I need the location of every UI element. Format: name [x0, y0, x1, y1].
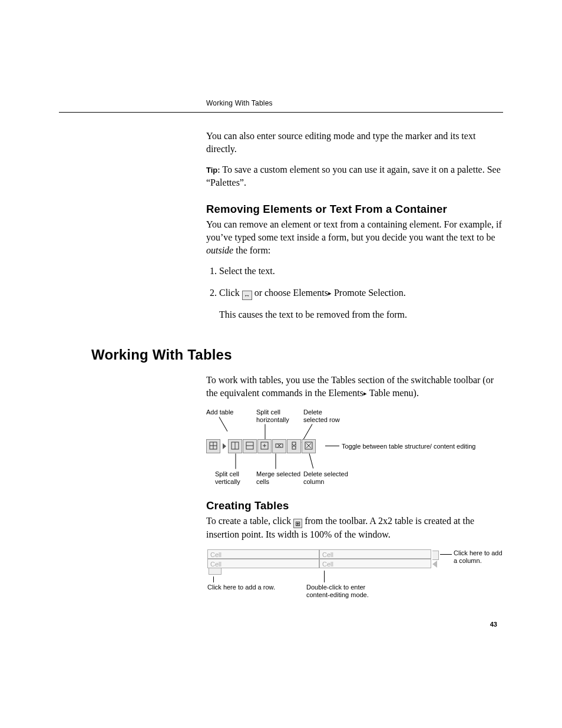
removing-paragraph: You can remove an element or text from a…	[206, 218, 503, 256]
add-table-icon	[209, 441, 218, 450]
toolbar-expand-icon	[223, 443, 226, 449]
delete-column-icon	[289, 441, 299, 450]
label-add-column: Click here to add a column.	[454, 549, 507, 565]
toggle-structure-icon	[304, 441, 313, 450]
example-cell: Cell	[207, 549, 319, 559]
running-head: Working With Tables	[206, 99, 273, 107]
split-vertical-icon	[230, 441, 240, 450]
header-rule	[59, 112, 503, 113]
merge-cells-button[interactable]	[257, 439, 272, 453]
tip-label: Tip:	[206, 166, 220, 174]
label-add-table: Add table	[206, 409, 239, 416]
delete-row-icon	[275, 441, 284, 450]
label-split-horizontal: Split cell horizontally	[256, 409, 295, 423]
removing-heading: Removing Elements or Text From a Contain…	[206, 203, 503, 216]
delete-row-button[interactable]	[272, 439, 286, 453]
creating-tables-heading: Creating Tables	[206, 499, 503, 512]
split-horizontal-icon	[245, 441, 254, 450]
add-column-tab[interactable]	[432, 551, 439, 560]
step-result: This causes the text to be removed from …	[219, 308, 503, 321]
add-table-inline-icon: ⊞	[293, 519, 302, 528]
intro-paragraph: You can also enter source editing mode a…	[206, 130, 503, 155]
label-toggle: Toggle between table structure/ content …	[342, 443, 495, 450]
removing-steps: Select the text. Click ↔ or choose Eleme…	[206, 265, 503, 299]
step-1: Select the text.	[219, 265, 503, 278]
add-table-button[interactable]	[206, 439, 220, 453]
working-with-tables-heading: Working With Tables	[91, 347, 503, 363]
example-cell: Cell	[319, 549, 431, 559]
delete-column-button[interactable]	[287, 439, 301, 453]
add-column-arrow-icon	[432, 561, 437, 568]
label-add-row: Click here to add a row.	[207, 584, 275, 591]
example-cell: Cell	[319, 559, 431, 568]
add-row-tab[interactable]	[209, 568, 222, 575]
label-delete-column: Delete selected column	[303, 470, 353, 485]
promote-selection-icon: ↔	[242, 291, 252, 300]
creating-tables-paragraph: To create a table, click ⊞ from the tool…	[206, 515, 503, 541]
working-intro: To work with tables, you use the Tables …	[206, 374, 503, 399]
step-2: Click ↔ or choose Elements▸ Promote Sele…	[219, 286, 503, 300]
label-double-click: Double-click to enter content-editing mo…	[306, 584, 377, 599]
table-example-figure: Cell Cell Cell Cell Click here to add a …	[206, 549, 503, 602]
split-horizontal-button[interactable]	[243, 439, 257, 453]
tip-text: To save a custom element so you can use …	[206, 164, 501, 187]
label-delete-row: Delete selected row	[303, 409, 348, 423]
page-number: 43	[490, 621, 497, 628]
example-table: Cell Cell Cell Cell	[207, 549, 431, 575]
tip-paragraph: Tip: To save a custom element so you can…	[206, 163, 503, 189]
merge-cells-icon	[260, 441, 269, 450]
example-cell: Cell	[207, 559, 319, 568]
tables-toolbar-diagram: Add table Split cell horizontally Delete…	[206, 409, 503, 485]
toggle-structure-button[interactable]	[302, 439, 316, 453]
split-vertical-button[interactable]	[228, 439, 242, 453]
tables-toolbar	[206, 439, 316, 453]
label-merge-cells: Merge selected cells	[256, 470, 303, 485]
label-split-vertical: Split cell vertically	[215, 470, 247, 485]
